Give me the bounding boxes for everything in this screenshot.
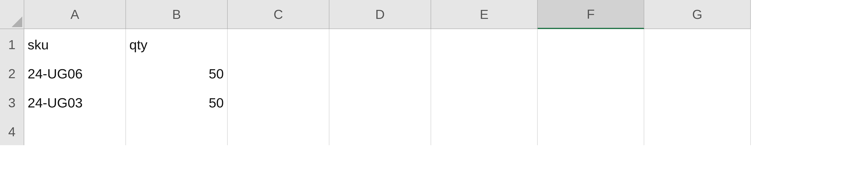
cell-D2[interactable] bbox=[330, 58, 431, 90]
cell-G2[interactable] bbox=[644, 58, 751, 90]
column-header-label: G bbox=[692, 7, 702, 22]
cell-value: 50 bbox=[209, 66, 224, 81]
row-header-2[interactable]: 2 bbox=[0, 58, 24, 90]
column-header-B[interactable]: B bbox=[126, 0, 228, 29]
cell-D4[interactable] bbox=[330, 116, 431, 145]
cell-G4[interactable] bbox=[644, 116, 751, 145]
column-header-F[interactable]: F bbox=[538, 0, 644, 29]
column-header-label: A bbox=[70, 7, 79, 22]
cell-C3[interactable] bbox=[228, 87, 330, 118]
column-header-D[interactable]: D bbox=[330, 0, 431, 29]
row-header-label: 2 bbox=[8, 66, 16, 81]
cell-B3[interactable]: 50 bbox=[126, 87, 228, 118]
select-all-corner[interactable] bbox=[0, 0, 24, 29]
column-header-E[interactable]: E bbox=[431, 0, 538, 29]
select-all-triangle-icon bbox=[11, 16, 22, 27]
column-header-label: E bbox=[480, 7, 489, 22]
column-header-A[interactable]: A bbox=[24, 0, 126, 29]
column-header-G[interactable]: G bbox=[644, 0, 751, 29]
column-header-C[interactable]: C bbox=[228, 0, 330, 29]
cell-F4[interactable] bbox=[538, 116, 644, 145]
column-header-label: B bbox=[172, 7, 181, 22]
cell-value: 24-UG03 bbox=[28, 95, 83, 111]
row-header-4[interactable]: 4 bbox=[0, 116, 24, 145]
cell-E1[interactable] bbox=[431, 29, 538, 61]
cell-B2[interactable]: 50 bbox=[126, 58, 228, 90]
column-header-label: F bbox=[587, 6, 595, 22]
cell-value: qty bbox=[129, 37, 148, 53]
cell-B4[interactable] bbox=[126, 116, 228, 145]
cell-A1[interactable]: sku bbox=[24, 29, 126, 61]
row-header-3[interactable]: 3 bbox=[0, 87, 24, 118]
cell-F3[interactable] bbox=[538, 87, 644, 118]
cell-A2[interactable]: 24-UG06 bbox=[24, 58, 126, 90]
cell-D1[interactable] bbox=[330, 29, 431, 61]
cell-value: 24-UG06 bbox=[28, 66, 83, 81]
cell-D3[interactable] bbox=[330, 87, 431, 118]
cell-G1[interactable] bbox=[644, 29, 751, 61]
spreadsheet-grid: A B C D E F G 1 sku qty 2 24-UG06 50 3 2… bbox=[0, 0, 868, 145]
cell-A4[interactable] bbox=[24, 116, 126, 145]
cell-C2[interactable] bbox=[228, 58, 330, 90]
row-header-label: 4 bbox=[8, 124, 16, 139]
row-header-label: 1 bbox=[8, 37, 16, 52]
cell-B1[interactable]: qty bbox=[126, 29, 228, 61]
cell-F1[interactable] bbox=[538, 29, 644, 61]
cell-F2[interactable] bbox=[538, 58, 644, 90]
row-header-1[interactable]: 1 bbox=[0, 29, 24, 61]
column-header-label: D bbox=[375, 7, 385, 22]
cell-E2[interactable] bbox=[431, 58, 538, 90]
cell-E4[interactable] bbox=[431, 116, 538, 145]
cell-value: sku bbox=[28, 37, 49, 53]
cell-E3[interactable] bbox=[431, 87, 538, 118]
cell-C1[interactable] bbox=[228, 29, 330, 61]
cell-C4[interactable] bbox=[228, 116, 330, 145]
cell-G3[interactable] bbox=[644, 87, 751, 118]
row-header-label: 3 bbox=[8, 95, 16, 110]
column-header-label: C bbox=[274, 7, 283, 22]
cell-value: 50 bbox=[209, 95, 224, 111]
cell-A3[interactable]: 24-UG03 bbox=[24, 87, 126, 118]
